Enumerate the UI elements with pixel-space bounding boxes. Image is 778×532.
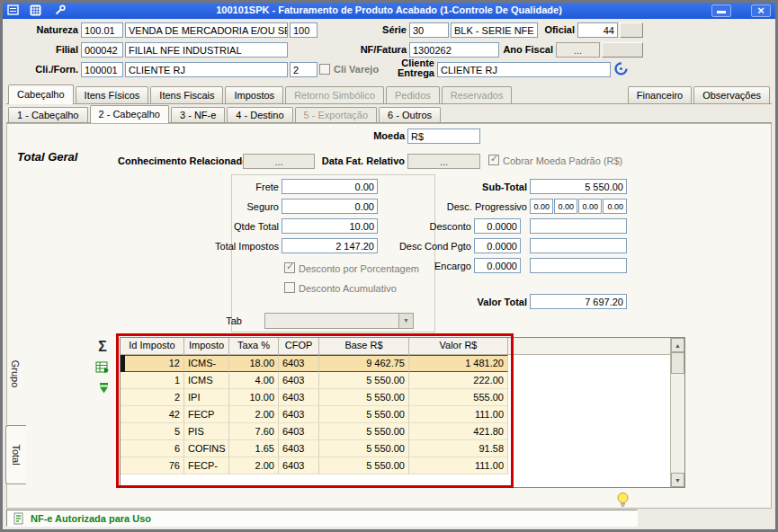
scroll-up-icon[interactable] xyxy=(671,338,684,352)
table-cell: 6403 xyxy=(279,423,319,440)
subtab-6-outros[interactable]: 6 - Outros xyxy=(379,107,441,122)
tab-observa-es[interactable]: Observações xyxy=(693,86,770,103)
sub-tab-bar: 1 - Cabeçalho2 - Cabeçalho3 - NF-e4 - De… xyxy=(6,105,443,123)
close-button[interactable] xyxy=(751,4,771,17)
cli-forn-desc-field[interactable]: CLIENTE RJ xyxy=(125,62,288,77)
cli-forn-extra-field[interactable]: 2 xyxy=(290,62,317,77)
table-row[interactable]: 76FECP-ST2.0064035 550.00111.00 xyxy=(121,457,508,474)
column-header-base-r[interactable]: Base R$ xyxy=(319,338,409,354)
frete-field[interactable]: 0.00 xyxy=(282,179,378,194)
table-cell: FECP xyxy=(184,406,229,423)
table-cell: 1 xyxy=(121,372,184,389)
table-row[interactable]: 6COFINS1.6564035 550.0091.58 xyxy=(121,440,508,457)
subtab-5-exporta-o: 5 - Exportação xyxy=(295,107,378,122)
desconto-valor-field[interactable] xyxy=(530,218,627,234)
nfe-swirl-icon[interactable] xyxy=(613,61,629,78)
table-row[interactable]: 5PIS7.6064035 550.00421.80 xyxy=(121,423,508,440)
nf-fatura-field[interactable]: 1300262 xyxy=(409,42,499,58)
table-cell: 222.00 xyxy=(409,372,508,389)
desc-cond-pgto-pct-field[interactable]: 0.0000 xyxy=(474,238,521,253)
data-fat-field: ... xyxy=(407,154,480,169)
subtab-4-destino[interactable]: 4 - Destino xyxy=(227,107,292,122)
natureza-desc-field[interactable]: VENDA DE MERCADORIA E/OU SERVI xyxy=(125,22,288,38)
subtotal-label: Sub-Total xyxy=(412,182,527,192)
serie-code-field[interactable]: 30 xyxy=(409,22,449,38)
wrench-icon[interactable] xyxy=(54,4,67,17)
cliente-entrega-field[interactable]: CLIENTE RJ xyxy=(437,62,611,77)
table-cell: 6403 xyxy=(279,355,319,372)
grid-dots-icon[interactable] xyxy=(30,4,43,17)
side-tab-grupo[interactable]: Grupo xyxy=(5,339,26,409)
vertical-scrollbar[interactable] xyxy=(670,338,684,487)
table-cell: 2.00 xyxy=(229,457,279,474)
table-cell: 6403 xyxy=(279,457,319,474)
table-row[interactable]: 42FECP2.0064035 550.00111.00 xyxy=(121,406,508,423)
tab-itens-fiscais[interactable]: Itens Fiscais xyxy=(150,86,223,103)
cli-forn-code-field[interactable]: 100001 xyxy=(81,62,123,77)
table-row[interactable]: 12ICMS-ST18.0064039 462.751 481.20 xyxy=(121,355,508,372)
encargo-pct-field[interactable]: 0.0000 xyxy=(474,258,521,273)
side-tab-total[interactable]: Total xyxy=(5,425,26,484)
tab-cabe-alho[interactable]: Cabeçalho xyxy=(8,84,74,104)
table-row[interactable]: 2IPI10.0064035 550.00555.00 xyxy=(121,389,508,406)
lightbulb-icon[interactable] xyxy=(615,492,630,510)
table-cell: 5 550.00 xyxy=(319,372,409,389)
subtab-3-nf-e[interactable]: 3 - NF-e xyxy=(171,107,225,122)
column-header-cfop[interactable]: CFOP xyxy=(279,338,319,354)
table-cell: 42 xyxy=(121,406,184,423)
column-header-id-imposto[interactable]: Id Imposto xyxy=(121,338,184,354)
scroll-down-icon[interactable] xyxy=(671,473,684,487)
table-cell: 18.00 xyxy=(229,355,279,372)
table-cell: 6403 xyxy=(279,440,319,457)
subtab-1-cabe-alho[interactable]: 1 - Cabeçalho xyxy=(8,107,88,122)
desc-progressivo-field-2[interactable]: 0.00 xyxy=(554,199,577,214)
desconto-pct-field[interactable]: 0.0000 xyxy=(474,218,521,234)
seguro-field[interactable]: 0.00 xyxy=(282,199,378,214)
table-cell: 1.65 xyxy=(229,440,279,457)
filial-desc-field[interactable]: FILIAL NFE INDUSTRIAL xyxy=(125,42,288,58)
serie-desc-field[interactable]: BLK - SERIE NFE xyxy=(451,22,538,38)
desc-progressivo-field-1[interactable]: 0.00 xyxy=(530,199,553,214)
table-row[interactable]: 1ICMS4.0064035 550.00222.00 xyxy=(121,372,508,389)
frete-label: Frete xyxy=(164,182,279,192)
filial-label: Filial xyxy=(4,44,78,55)
table-cell: IPI xyxy=(184,389,229,406)
cliente-entrega-label-line2: Entrega xyxy=(398,67,434,78)
tab-impostos[interactable]: Impostos xyxy=(225,86,283,103)
natureza-extra-field[interactable]: 100 xyxy=(290,22,317,38)
export-grid-icon[interactable] xyxy=(93,360,112,378)
desc-progressivo-field-4[interactable]: 0.00 xyxy=(603,199,627,214)
table-cell: 9 462.75 xyxy=(319,355,409,372)
encargo-valor-field[interactable] xyxy=(530,258,627,273)
table-cell: 5 550.00 xyxy=(319,440,409,457)
column-header-imposto[interactable]: Imposto xyxy=(184,338,229,354)
table-cell: 5 550.00 xyxy=(319,457,409,474)
table-header: Id ImpostoImpostoTaxa %CFOPBase R$Valor … xyxy=(121,338,670,355)
table-cell: 111.00 xyxy=(409,406,508,423)
form-icon[interactable] xyxy=(7,4,21,17)
column-header-taxa[interactable]: Taxa % xyxy=(229,338,279,354)
desc-cond-pgto-valor-field[interactable] xyxy=(530,238,627,253)
qtde-total-label: Qtde Total xyxy=(164,221,279,232)
jump-to-total-icon[interactable] xyxy=(94,382,114,400)
subtab-2-cabe-alho[interactable]: 2 - Cabeçalho xyxy=(90,105,170,123)
minimize-button[interactable] xyxy=(711,4,731,17)
tab-retorno-simb-lico: Retorno Simbólico xyxy=(285,86,384,103)
tab-itens-f-sicos[interactable]: Itens Físicos xyxy=(76,86,149,103)
valor-total-label: Valor Total xyxy=(412,297,527,307)
table-cell: PIS xyxy=(184,423,229,440)
column-header-valor-r[interactable]: Valor R$ xyxy=(409,338,508,354)
natureza-code-field[interactable]: 100.01 xyxy=(81,22,123,38)
filial-code-field[interactable]: 000042 xyxy=(81,42,123,58)
table-cell: 5 550.00 xyxy=(319,406,409,423)
moeda-field[interactable]: R$ xyxy=(407,129,480,144)
oficial-field[interactable]: 44 xyxy=(577,22,618,38)
table-cell: 5 xyxy=(121,423,184,440)
table-body: 12ICMS-ST18.0064039 462.751 481.201ICMS4… xyxy=(121,355,670,474)
tab-financeiro[interactable]: Financeiro xyxy=(628,86,692,103)
cobrar-moeda-label: Cobrar Moeda Padrão (R$) xyxy=(503,155,622,166)
nfe-document-icon xyxy=(13,512,25,527)
desc-progressivo-field-3[interactable]: 0.00 xyxy=(578,199,602,214)
sum-sigma-icon[interactable] xyxy=(93,339,112,357)
scrollbar-thumb[interactable] xyxy=(671,352,684,374)
